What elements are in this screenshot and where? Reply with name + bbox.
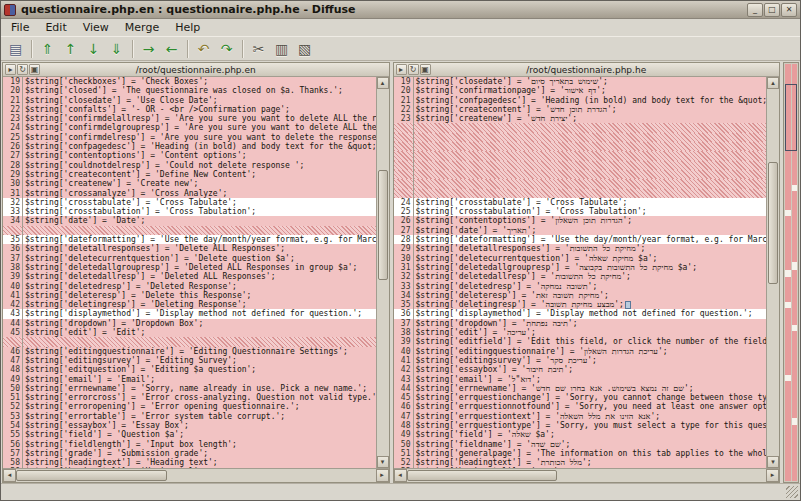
code-line[interactable]: $string['fieldlength'] = 'Input box leng… xyxy=(23,440,376,449)
right-horizontal-scrollbar[interactable]: ◂ ▸ xyxy=(394,468,780,482)
code-line[interactable]: $string['essaybox'] = 'Essay Box'; xyxy=(23,421,376,430)
resize-grip-icon[interactable] xyxy=(786,486,798,498)
copy-selection-right-button[interactable]: → xyxy=(137,38,160,60)
scroll-down-arrow-icon[interactable]: ▾ xyxy=(377,456,389,468)
code-line[interactable]: $string['deletingresp'] = 'מבצע מחיקת תש… xyxy=(414,300,767,309)
next-difference-button[interactable]: ↓ xyxy=(82,38,105,60)
file-save-icon[interactable]: ▣ xyxy=(420,64,431,75)
cut-button[interactable]: ✂ xyxy=(247,38,270,60)
code-line[interactable]: $string['field'] = 'Question $a'; xyxy=(23,430,376,439)
code-line[interactable]: $string['editfield'] = 'Edit this field,… xyxy=(414,337,767,346)
scrollbar-thumb[interactable] xyxy=(768,162,778,283)
code-line[interactable]: $string['deletingresp'] = 'Deleting Resp… xyxy=(23,300,376,309)
code-line[interactable]: $string['deletedallresp'] = 'Deleted ALL… xyxy=(23,272,376,281)
code-line[interactable]: $string['confirmdelgroupresp'] = 'Are yo… xyxy=(23,123,376,132)
code-line[interactable]: $string['confirmdelresp'] = 'Are you sur… xyxy=(23,133,376,142)
maximize-button[interactable]: □ xyxy=(764,3,780,17)
code-line[interactable]: $string['headingtext'] = 'Heading text'; xyxy=(23,458,376,467)
redo-button[interactable]: ↷ xyxy=(215,38,238,60)
code-line[interactable]: $string['createnew'] = 'Create new'; xyxy=(23,179,376,188)
code-line[interactable]: $string['closed'] = 'The questionnaire w… xyxy=(23,86,376,95)
code-line[interactable]: $string['deletedresp'] = 'Deleted Respon… xyxy=(23,282,376,291)
right-code-view[interactable]: $string['closedate'] = 'שימוש בתאריך סיו… xyxy=(414,77,767,468)
scrollbar-track[interactable] xyxy=(767,89,779,456)
code-line[interactable]: $string['closedate'] = 'שימוש בתאריך סיו… xyxy=(414,77,767,86)
close-button[interactable]: ✕ xyxy=(781,3,797,17)
code-line[interactable]: $string['field'] = 'שאלה $a'; xyxy=(414,430,767,439)
code-line[interactable]: $string['erroropening'] = 'Error opening… xyxy=(23,402,376,411)
code-line[interactable]: $string['editingquestionnaire'] = 'Editi… xyxy=(23,347,376,356)
code-line[interactable]: $string['deleteresp'] = 'Delete this Res… xyxy=(23,291,376,300)
code-line[interactable]: $string['createcontent'] = 'Define New C… xyxy=(23,170,376,179)
code-line[interactable]: $string['edit'] = 'עריכה'; xyxy=(414,328,767,337)
code-line[interactable]: $string['createnew'] = 'יצירת חדש'; xyxy=(414,114,767,123)
code-line[interactable]: $string['editingsurvey'] = 'עריכת סקר'; xyxy=(414,356,767,365)
code-line[interactable]: $string['crosstabulation'] = 'Cross Tabu… xyxy=(23,207,376,216)
scroll-down-arrow-icon[interactable]: ▾ xyxy=(767,456,779,468)
code-line[interactable]: $string['crosstabulation'] = 'Cross Tabu… xyxy=(414,207,767,216)
code-line[interactable]: $string['confirmdelallresp'] = 'Are you … xyxy=(23,114,376,123)
scrollbar-track[interactable] xyxy=(377,89,389,456)
paste-button[interactable]: ▧ xyxy=(293,38,316,60)
code-line[interactable]: $string['confalts'] = '- OR - <br />Conf… xyxy=(23,105,376,114)
code-line[interactable]: $string['fieldname'] = 'שם שדה'; xyxy=(414,440,767,449)
code-line[interactable]: $string['errnewname'] = 'Sorry, name alr… xyxy=(23,384,376,393)
code-line[interactable]: $string['errorcross'] = 'Error cross-ana… xyxy=(23,393,376,402)
menu-help[interactable]: Help xyxy=(167,20,208,35)
code-line[interactable]: $string['date'] = 'Date'; xyxy=(23,216,376,225)
scroll-up-arrow-icon[interactable]: ▴ xyxy=(767,77,779,89)
map-viewport-indicator[interactable] xyxy=(785,84,797,151)
code-line[interactable]: $string['editingsurvey'] = 'Editing Surv… xyxy=(23,356,376,365)
code-line[interactable]: $string['email'] = 'Email'; xyxy=(23,375,376,384)
code-line[interactable]: $string['date'] = 'תאריך'; xyxy=(414,226,767,235)
code-line[interactable]: $string['checkboxes'] = 'Check Boxes'; xyxy=(23,77,376,86)
scrollbar-track[interactable] xyxy=(16,469,376,482)
copy-selection-left-button[interactable]: ← xyxy=(160,38,183,60)
code-line[interactable]: $string['deletedresp'] = 'תשובה נמחקה'; xyxy=(414,282,767,291)
code-line[interactable]: $string['errortable'] = 'Error system ta… xyxy=(23,412,376,421)
code-line[interactable]: $string['crossanalyze'] = 'Cross Analyze… xyxy=(23,189,376,198)
code-line[interactable]: $string['confpagedesc'] = 'Heading (in b… xyxy=(23,142,376,151)
undo-button[interactable]: ↶ xyxy=(192,38,215,60)
code-line[interactable]: $string['dropdown'] = 'Dropdown Box'; xyxy=(23,319,376,328)
code-line[interactable]: $string['displaymethod'] = 'Display meth… xyxy=(414,309,767,318)
scrollbar-thumb[interactable] xyxy=(407,470,558,481)
scrollbar-thumb[interactable] xyxy=(16,470,167,481)
code-line[interactable]: $string['deletallresponses'] = 'מחיקת כל… xyxy=(414,244,767,253)
scroll-left-arrow-icon[interactable]: ◂ xyxy=(394,469,407,482)
code-line[interactable]: $string['errquestiontext'] = 'אנא הזינו … xyxy=(414,412,767,421)
code-line[interactable]: $string['deletedallresp'] = 'מחיקת כל הת… xyxy=(414,272,767,281)
realign-all-button[interactable]: ▤ xyxy=(4,38,27,60)
code-line[interactable]: $string['grade'] = 'Submission grade'; xyxy=(23,449,376,458)
minimize-button[interactable]: _ xyxy=(747,3,763,17)
code-line[interactable]: $string['deletallresponses'] = 'Delete A… xyxy=(23,244,376,253)
code-line[interactable]: $string['essaybox'] = 'תיבת חיבור'; xyxy=(414,365,767,374)
scroll-right-arrow-icon[interactable]: ▸ xyxy=(376,469,389,482)
file-save-icon[interactable]: ▣ xyxy=(29,64,40,75)
left-horizontal-scrollbar[interactable]: ◂ ▸ xyxy=(3,468,389,482)
code-line[interactable]: $string['crosstabulate'] = 'Cross Tabula… xyxy=(414,198,767,207)
right-vertical-scrollbar[interactable]: ▴ ▾ xyxy=(766,77,779,468)
code-line[interactable]: $string['displaymethod'] = 'Display meth… xyxy=(23,309,376,318)
left-vertical-scrollbar[interactable]: ▴ ▾ xyxy=(376,77,389,468)
code-line[interactable]: $string['dateformatting'] = 'Use the day… xyxy=(414,235,767,244)
first-difference-button[interactable]: ⇑ xyxy=(36,38,59,60)
file-reload-icon[interactable]: ↻ xyxy=(408,64,419,75)
titlebar[interactable]: questionnaire.php.en : questionnaire.php… xyxy=(1,1,800,19)
file-open-icon[interactable]: ▸ xyxy=(396,64,407,75)
code-line[interactable]: $string['errquestionnotfound'] = 'Sorry,… xyxy=(414,402,767,411)
code-line[interactable]: $string['errquestiontype'] = 'Sorry, you… xyxy=(414,421,767,430)
code-line[interactable]: $string['contentoptions'] = 'הגדרות תוכן… xyxy=(414,216,767,225)
scrollbar-track[interactable] xyxy=(407,469,767,482)
code-line[interactable]: $string['contentoptions'] = 'Content opt… xyxy=(23,151,376,160)
code-line[interactable]: $string['closedate'] = 'Use Close Date'; xyxy=(23,96,376,105)
copy-button[interactable]: ▥ xyxy=(270,38,293,60)
code-line[interactable]: $string['confpagedesc'] = 'Heading (in b… xyxy=(414,96,767,105)
left-code-view[interactable]: $string['checkboxes'] = 'Check Boxes';$s… xyxy=(23,77,376,468)
code-line[interactable]: $string['crosstabulate'] = 'Cross Tabula… xyxy=(23,198,376,207)
code-line[interactable]: $string['deletedallgroupresp'] = 'מחיקת … xyxy=(414,263,767,272)
previous-difference-button[interactable]: ↑ xyxy=(59,38,82,60)
menu-file[interactable]: File xyxy=(3,20,37,35)
scroll-right-arrow-icon[interactable]: ▸ xyxy=(766,469,779,482)
code-line[interactable]: $string['editquestion'] = 'Editing $a qu… xyxy=(23,365,376,374)
